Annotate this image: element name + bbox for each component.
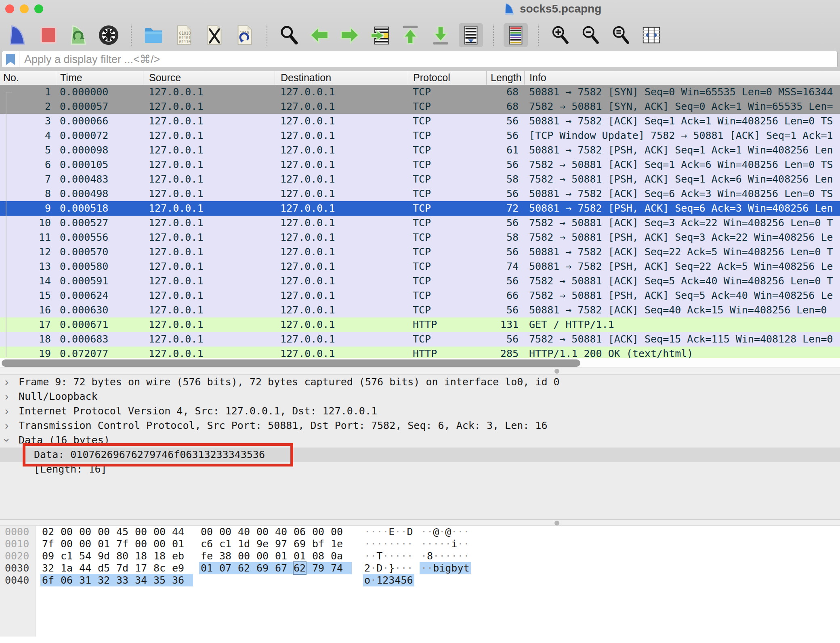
- hex-byte[interactable]: 00: [238, 550, 256, 562]
- column-header-time[interactable]: Time: [56, 71, 143, 85]
- hex-byte[interactable]: 40: [275, 526, 294, 538]
- hex-byte[interactable]: 38: [219, 550, 238, 562]
- hex-byte[interactable]: 44: [172, 526, 191, 538]
- packet-row-3[interactable]: 30.000066127.0.0.1127.0.0.1TCP5650881 → …: [0, 114, 840, 128]
- packet-row-9[interactable]: 90.000518127.0.0.1127.0.0.1TCP7250881 → …: [0, 201, 840, 216]
- column-header-source[interactable]: Source: [143, 71, 275, 85]
- chevron-collapsed-icon[interactable]: ›: [0, 375, 19, 389]
- auto-scroll-button[interactable]: [459, 23, 483, 47]
- hex-row-0020[interactable]: 002009c1549d801818ebfe3800000101080a··T·…: [0, 550, 840, 562]
- hex-ascii-group[interactable]: ·····i··: [421, 538, 470, 550]
- zoom-in-button[interactable]: [548, 23, 573, 47]
- hex-byte[interactable]: 31: [79, 574, 98, 586]
- hex-byte[interactable]: 18: [153, 550, 172, 562]
- maximize-window-button[interactable]: [34, 4, 43, 13]
- column-header-protocol[interactable]: Protocol: [408, 71, 486, 85]
- hex-byte-group[interactable]: 0107626967627974: [201, 562, 349, 574]
- hex-row-0040[interactable]: 00406f06313233343536o·123456: [0, 574, 840, 586]
- hex-byte[interactable]: 00: [61, 526, 79, 538]
- zoom-out-button[interactable]: [579, 23, 603, 47]
- hex-byte[interactable]: 79: [312, 562, 331, 574]
- hex-byte-group[interactable]: 0200000045000044: [42, 526, 191, 538]
- chevron-collapsed-icon[interactable]: ›: [0, 418, 19, 433]
- hex-byte[interactable]: 9d: [98, 550, 116, 562]
- splitter-handle[interactable]: [554, 521, 559, 525]
- hex-byte[interactable]: fe: [201, 550, 219, 562]
- hex-row-0010[interactable]: 00107f0000017f000001c6c11d9e9769bf1e····…: [0, 538, 840, 550]
- hex-byte[interactable]: 44: [79, 562, 98, 574]
- go-to-packet-button[interactable]: [368, 23, 392, 47]
- hex-byte[interactable]: 18: [135, 550, 153, 562]
- hex-byte[interactable]: c6: [201, 538, 219, 550]
- hex-ascii-group[interactable]: o·123456: [364, 574, 413, 586]
- hex-byte[interactable]: 62: [294, 562, 312, 574]
- hex-byte[interactable]: bf: [312, 538, 331, 550]
- pane-splitter-bottom[interactable]: [0, 519, 840, 526]
- column-header-info[interactable]: Info: [524, 71, 840, 85]
- hex-ascii-group[interactable]: ·8······: [421, 550, 470, 562]
- detail-line[interactable]: ›Data (16 bytes): [0, 433, 840, 448]
- hex-byte[interactable]: 08: [312, 550, 331, 562]
- packet-row-19[interactable]: 190.072077127.0.0.1127.0.0.1HTTP285HTTP/…: [0, 347, 840, 358]
- hex-byte[interactable]: c1: [61, 550, 79, 562]
- hex-ascii-group[interactable]: ··T·····: [364, 550, 413, 562]
- close-file-button[interactable]: [202, 23, 226, 47]
- packet-row-10[interactable]: 100.000527127.0.0.1127.0.0.1TCP567582 → …: [0, 216, 840, 230]
- minimize-window-button[interactable]: [20, 4, 29, 13]
- hex-byte[interactable]: 01: [294, 550, 312, 562]
- hscrollbar-thumb[interactable]: [2, 359, 580, 367]
- hex-byte[interactable]: 00: [312, 526, 331, 538]
- hex-byte[interactable]: 7f: [116, 538, 135, 550]
- hex-byte[interactable]: 97: [275, 538, 294, 550]
- hex-byte[interactable]: 34: [135, 574, 153, 586]
- filter-bookmark-icon[interactable]: [2, 51, 19, 67]
- hex-byte[interactable]: 00: [98, 526, 116, 538]
- hex-byte[interactable]: 80: [116, 550, 135, 562]
- hex-byte[interactable]: 00: [331, 526, 349, 538]
- hex-byte[interactable]: e9: [172, 562, 191, 574]
- hex-byte[interactable]: 1e: [331, 538, 349, 550]
- hex-byte[interactable]: 00: [79, 526, 98, 538]
- hex-byte[interactable]: 0a: [331, 550, 349, 562]
- zoom-reset-button[interactable]: [609, 23, 633, 47]
- find-packet-button[interactable]: [277, 23, 301, 47]
- column-header-destination[interactable]: Destination: [275, 71, 408, 85]
- stop-capture-button[interactable]: [36, 23, 60, 47]
- capture-options-gear-button[interactable]: [97, 23, 121, 47]
- previous-packet-button[interactable]: [307, 23, 332, 47]
- hex-byte[interactable]: 1d: [238, 538, 256, 550]
- packet-row-11[interactable]: 110.000556127.0.0.1127.0.0.1TCP587582 → …: [0, 230, 840, 245]
- hex-ascii-group[interactable]: 2·D·}···: [364, 562, 413, 574]
- hex-byte-group[interactable]: 09c1549d801818eb: [42, 550, 191, 562]
- column-header-no[interactable]: No.: [0, 71, 56, 85]
- hex-byte[interactable]: 54: [79, 550, 98, 562]
- hex-row-0000[interactable]: 000002000000450000440000400040060000····…: [0, 526, 840, 538]
- hex-row-0030[interactable]: 0030321a44d57d178ce901076269676279742·D·…: [0, 562, 840, 574]
- hex-byte[interactable]: 6f: [42, 574, 61, 586]
- hex-byte[interactable]: 36: [172, 574, 191, 586]
- packet-row-1[interactable]: 10.000000127.0.0.1127.0.0.1TCP6850881 → …: [0, 85, 840, 99]
- hex-byte[interactable]: 07: [219, 562, 238, 574]
- hex-byte[interactable]: 17: [135, 562, 153, 574]
- packet-row-14[interactable]: 140.000591127.0.0.1127.0.0.1TCP567582 → …: [0, 274, 840, 288]
- hex-byte-group[interactable]: 0000400040060000: [201, 526, 349, 538]
- hex-byte[interactable]: 62: [238, 562, 256, 574]
- display-filter-input[interactable]: Apply a display filter ...<⌘/>: [2, 51, 838, 68]
- close-window-button[interactable]: [5, 4, 14, 13]
- hex-byte[interactable]: 35: [153, 574, 172, 586]
- pane-splitter-top[interactable]: [0, 368, 840, 375]
- packet-row-2[interactable]: 20.000057127.0.0.1127.0.0.1TCP687582 → 5…: [0, 99, 840, 114]
- hex-byte[interactable]: eb: [172, 550, 191, 562]
- hex-byte[interactable]: 40: [238, 526, 256, 538]
- hex-byte[interactable]: 00: [61, 538, 79, 550]
- hex-ascii-group[interactable]: ····E··D: [364, 526, 413, 538]
- hex-byte[interactable]: 00: [135, 538, 153, 550]
- restart-capture-button[interactable]: [66, 23, 90, 47]
- hex-byte-group[interactable]: 321a44d57d178ce9: [42, 562, 191, 574]
- hex-byte-group[interactable]: fe3800000101080a: [201, 550, 349, 562]
- hex-byte[interactable]: 1a: [61, 562, 79, 574]
- resize-columns-button[interactable]: [639, 23, 664, 47]
- hex-byte-group[interactable]: 7f0000017f000001: [42, 538, 191, 550]
- hex-byte[interactable]: 9e: [256, 538, 275, 550]
- packet-row-7[interactable]: 70.000483127.0.0.1127.0.0.1TCP587582 → 5…: [0, 172, 840, 187]
